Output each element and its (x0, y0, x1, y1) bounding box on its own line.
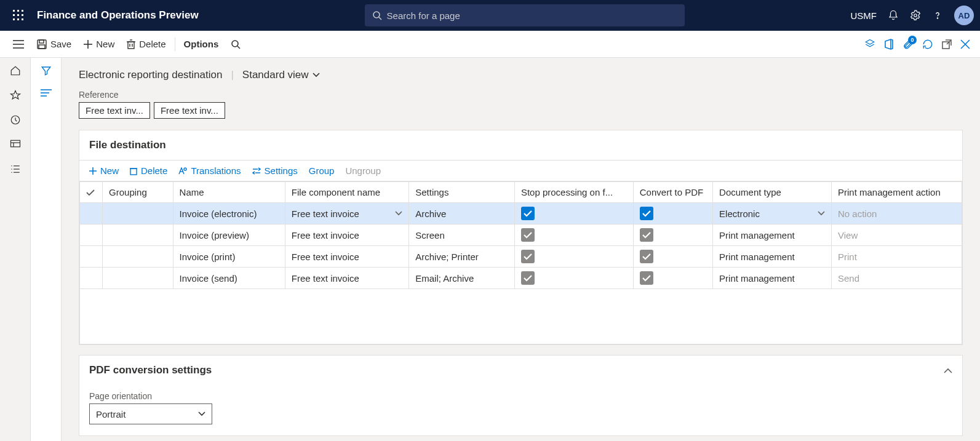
table-row[interactable]: Invoice (send)Free text invoiceEmail; Ar… (80, 268, 962, 289)
checkbox[interactable] (521, 228, 535, 242)
cell-settings: Archive (409, 203, 515, 224)
col-select[interactable] (80, 182, 103, 203)
col-settings[interactable]: Settings (409, 182, 515, 203)
checkbox[interactable] (521, 207, 535, 220)
cell-name: Invoice (send) (173, 268, 285, 289)
view-selector[interactable]: Standard view (242, 69, 320, 81)
company-code[interactable]: USMF (851, 10, 877, 21)
svg-rect-18 (39, 45, 45, 49)
svg-rect-4 (17, 14, 19, 16)
cell-stop (514, 268, 633, 289)
gear-icon[interactable] (910, 10, 921, 21)
table-row[interactable]: Invoice (electronic)Free text invoiceArc… (80, 203, 962, 224)
svg-line-27 (237, 46, 240, 49)
svg-rect-8 (22, 18, 23, 20)
hamburger-icon[interactable] (6, 40, 31, 49)
svg-rect-33 (10, 140, 20, 147)
col-pdf[interactable]: Convert to PDF (633, 182, 712, 203)
col-grouping[interactable]: Grouping (103, 182, 173, 203)
cell-doctype: Print management (713, 224, 832, 246)
search-icon (372, 10, 382, 20)
grid-translations-button[interactable]: Translations (178, 165, 241, 176)
popout-icon[interactable] (942, 39, 952, 49)
checkbox[interactable] (640, 228, 653, 242)
col-name[interactable]: Name (173, 182, 285, 203)
svg-rect-3 (13, 14, 15, 16)
attach-badge: 0 (908, 36, 917, 44)
checkbox[interactable] (640, 271, 653, 285)
cell-pma: No action (831, 203, 962, 224)
funnel-icon[interactable] (41, 65, 52, 76)
svg-line-10 (379, 17, 381, 20)
save-icon (37, 39, 47, 49)
cell-doctype: Print management (713, 246, 832, 268)
actionbar-search-button[interactable] (225, 36, 247, 53)
cell-name: Invoice (preview) (173, 224, 285, 246)
col-doctype[interactable]: Document type (713, 182, 832, 203)
cell-settings: Screen (409, 224, 515, 246)
home-icon[interactable] (10, 65, 21, 76)
star-icon[interactable] (10, 90, 21, 101)
cell-name: Invoice (electronic) (173, 203, 285, 224)
svg-rect-17 (39, 40, 44, 43)
action-bar: Save New Delete Options 0 (0, 31, 980, 58)
related-icon[interactable] (41, 89, 52, 97)
bell-icon[interactable] (888, 10, 899, 21)
checkbox[interactable] (521, 250, 535, 263)
table-row[interactable]: Invoice (print)Free text invoiceArchive;… (80, 246, 962, 268)
table-row[interactable]: Invoice (preview)Free text invoiceScreen… (80, 224, 962, 246)
waffle-icon[interactable] (6, 10, 31, 21)
delete-button[interactable]: Delete (121, 35, 172, 53)
cell-pdf (633, 224, 712, 246)
file-destination-grid[interactable]: Grouping Name File component name Settin… (79, 181, 962, 289)
dataverse-icon[interactable] (864, 39, 875, 50)
office-icon[interactable] (884, 39, 894, 50)
orientation-label: Page orientation (89, 391, 952, 401)
cell-settings: Archive; Printer (409, 246, 515, 268)
file-destination-panel: File destination New Delete Translations… (79, 130, 963, 345)
checkbox[interactable] (640, 250, 653, 263)
attach-icon[interactable]: 0 (902, 39, 914, 50)
refresh-icon[interactable] (922, 39, 933, 50)
trash-icon (127, 39, 135, 49)
col-file[interactable]: File component name (285, 182, 408, 203)
grid-group-button[interactable]: Group (309, 165, 335, 176)
new-button[interactable]: New (78, 35, 121, 53)
svg-rect-5 (22, 14, 23, 16)
checkbox[interactable] (521, 271, 535, 285)
svg-point-26 (232, 41, 238, 47)
options-button[interactable]: Options (178, 35, 225, 53)
grid-new-button[interactable]: New (89, 165, 119, 176)
save-button[interactable]: Save (31, 35, 78, 53)
grid-delete-button[interactable]: Delete (130, 165, 167, 176)
orientation-select[interactable]: Portrait (89, 403, 212, 424)
chevron-down-icon (818, 211, 825, 216)
avatar[interactable]: AD (954, 6, 974, 25)
chevron-up-icon[interactable] (944, 368, 952, 373)
cell-stop (514, 224, 633, 246)
svg-rect-2 (22, 10, 23, 12)
modules-icon[interactable] (10, 164, 21, 175)
close-icon[interactable] (960, 39, 970, 49)
workspace-icon[interactable] (10, 139, 21, 150)
col-pma[interactable]: Print management action (831, 182, 962, 203)
cell-file: Free text invoice (285, 224, 408, 246)
cell-name: Invoice (print) (173, 246, 285, 268)
file-destination-header[interactable]: File destination (79, 130, 962, 160)
svg-point-12 (937, 18, 938, 18)
search-icon (231, 39, 241, 49)
svg-rect-6 (13, 18, 15, 20)
checkbox[interactable] (640, 207, 653, 220)
recent-icon[interactable] (10, 114, 21, 125)
reference-pill[interactable]: Free text inv... (154, 102, 225, 119)
chevron-down-icon (313, 73, 320, 77)
grid-settings-button[interactable]: Settings (252, 165, 298, 176)
col-stop[interactable]: Stop processing on f... (514, 182, 633, 203)
cell-stop (514, 203, 633, 224)
help-icon[interactable] (932, 10, 943, 21)
reference-pill[interactable]: Free text inv... (79, 102, 150, 119)
grid-toolbar: New Delete Translations Settings Group U… (79, 160, 962, 181)
global-search[interactable]: Search for a page (365, 4, 685, 26)
svg-rect-7 (17, 18, 19, 20)
pdf-conversion-header[interactable]: PDF conversion settings (79, 356, 962, 385)
